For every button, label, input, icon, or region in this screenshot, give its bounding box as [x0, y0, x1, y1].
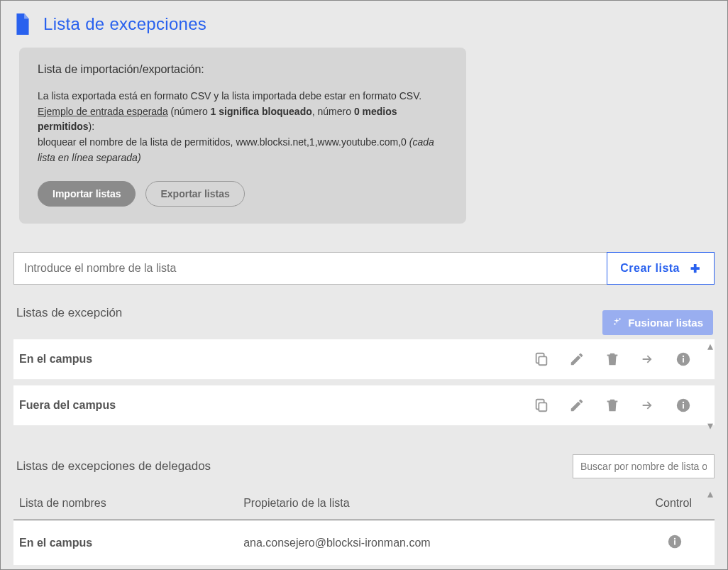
- svg-rect-3: [610, 358, 611, 363]
- col-name: Lista de nombres: [13, 487, 238, 520]
- arrow-right-icon[interactable]: [639, 397, 656, 414]
- plus-icon: ✚: [690, 263, 701, 274]
- page-title: Lista de excepciones: [43, 14, 206, 34]
- merge-lists-button[interactable]: Fusionar listas: [602, 310, 713, 335]
- exception-lists-section: Listas de excepción Fusionar listas ▴ En…: [13, 306, 715, 426]
- list-item-name: Fuera del campus: [19, 399, 116, 412]
- csv-sample-row: bloquear el nombre de la lista de permit…: [38, 135, 448, 165]
- list-item-actions: [533, 351, 692, 368]
- svg-rect-8: [539, 403, 546, 412]
- list-item: Fuera del campus: [13, 385, 715, 426]
- delete-icon[interactable]: [604, 351, 621, 368]
- delete-icon[interactable]: [604, 397, 621, 414]
- svg-rect-6: [683, 358, 684, 363]
- exception-lists-container: ▴ En el campus Fuera del campus: [13, 339, 715, 426]
- export-lists-button[interactable]: Exportar listas: [145, 181, 244, 207]
- svg-point-0: [619, 319, 620, 320]
- delegate-table-container: ▴ Lista de nombres Propietario de la lis…: [13, 487, 715, 570]
- delegate-table: Lista de nombres Propietario de la lista…: [13, 487, 715, 570]
- info-icon[interactable]: [675, 397, 692, 414]
- delegate-lists-title: Listas de excepciones de delegados: [13, 459, 211, 473]
- list-item-actions: [533, 397, 692, 414]
- example-input-link[interactable]: Ejemplo de entrada esperada: [38, 106, 168, 117]
- import-export-heading: Lista de importación/exportación:: [38, 63, 448, 76]
- duplicate-icon[interactable]: [533, 351, 550, 368]
- svg-point-13: [683, 402, 684, 403]
- page-header: Lista de excepciones: [13, 13, 715, 35]
- csv-format-note: La lista exportada está en formato CSV y…: [38, 89, 448, 104]
- create-list-label: Crear lista: [620, 262, 680, 275]
- col-control: Control: [630, 487, 715, 520]
- svg-rect-12: [683, 405, 684, 409]
- svg-rect-2: [539, 357, 546, 366]
- import-export-panel: Lista de importación/exportación: La lis…: [19, 48, 466, 224]
- info-icon[interactable]: [666, 533, 683, 550]
- edit-icon[interactable]: [568, 397, 585, 414]
- merge-icon: [612, 317, 622, 329]
- csv-example-line: Ejemplo de entrada esperada (número 1 si…: [38, 104, 448, 135]
- svg-rect-4: [613, 358, 614, 363]
- cell-owner: ana.consejero@blocksi-ironman.com: [238, 520, 630, 569]
- svg-point-16: [674, 538, 675, 539]
- exception-lists-title: Listas de excepción: [13, 306, 122, 320]
- list-name-input[interactable]: [13, 252, 607, 285]
- merge-lists-label: Fusionar listas: [628, 317, 703, 329]
- document-icon: [13, 13, 32, 35]
- cell-control: [630, 520, 715, 569]
- cell-name: En el campus: [13, 520, 238, 569]
- svg-rect-9: [610, 405, 611, 410]
- create-list-button[interactable]: Crear lista ✚: [607, 252, 715, 285]
- import-lists-button[interactable]: Importar listas: [38, 181, 136, 207]
- create-list-row: Crear lista ✚: [13, 252, 715, 285]
- col-owner: Propietario de la lista: [238, 487, 630, 520]
- info-icon[interactable]: [675, 351, 692, 368]
- table-row: En el campus ana.consejero@blocksi-ironm…: [13, 520, 715, 569]
- delegate-search-input[interactable]: [573, 454, 715, 478]
- list-item: En el campus: [13, 339, 715, 380]
- edit-icon[interactable]: [568, 351, 585, 368]
- svg-point-7: [683, 356, 684, 357]
- arrow-right-icon[interactable]: [639, 351, 656, 368]
- svg-rect-15: [674, 541, 675, 545]
- duplicate-icon[interactable]: [533, 397, 550, 414]
- svg-rect-10: [613, 405, 614, 410]
- delegate-lists-section: Listas de excepciones de delegados ▴ Lis…: [13, 454, 715, 570]
- list-item-name: En el campus: [19, 353, 92, 366]
- import-export-description: La lista exportada está en formato CSV y…: [38, 89, 448, 165]
- table-header-row: Lista de nombres Propietario de la lista…: [13, 487, 715, 520]
- svg-point-1: [614, 324, 615, 325]
